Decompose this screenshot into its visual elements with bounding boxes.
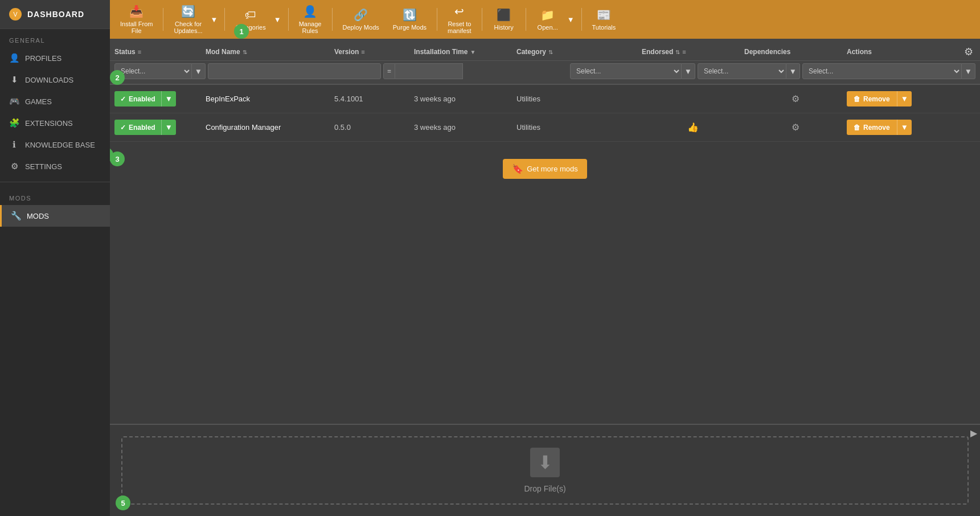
row1-insttime-cell: 3 weeks ago [414,95,516,103]
category-filter-wrap: Select... ▼ [570,63,695,79]
sidebar-item-label-downloads: DOWNLOADS [25,76,73,84]
status-filter-wrap: Select... ▼ [114,63,206,79]
open-arrow[interactable]: ▼ [565,12,577,27]
status-filter-select[interactable]: Select... [114,63,192,79]
install-from-file-icon: 📥 [129,5,143,18]
row1-enabled-dropdown[interactable]: ▼ [161,91,176,107]
row2-status-cell: ✓ Enabled ▼ [114,120,206,135]
row1-enabled-group: ✓ Enabled ▼ [114,91,176,107]
row2-enabled-dropdown[interactable]: ▼ [161,120,176,135]
table-settings-gear[interactable]: ⚙ [962,43,975,60]
toolbar-sep-2 [224,8,225,31]
row2-remove-dropdown[interactable]: ▼ [897,120,912,135]
extensions-icon: 🧩 [9,118,19,128]
toolbar-sep-6 [482,8,482,31]
sidebar-item-downloads[interactable]: ⬇ DOWNLOADS [0,69,110,91]
table-col-headers: Status ≡ Mod Name ⇅ Version ≡ Installati… [110,39,980,61]
check-updates-label: Check forUpdates... [174,21,202,34]
sidebar-item-extensions[interactable]: 🧩 EXTENSIONS [0,112,110,134]
row1-remove-label: Remove [863,95,890,103]
tutorials-button[interactable]: 📰 Tutorials [587,5,622,34]
row1-remove-button[interactable]: 🗑 Remove [847,91,897,107]
profiles-icon: 👤 [9,53,19,63]
history-button[interactable]: ⬛ History [487,5,521,34]
row2-insttime-cell: 3 weeks ago [414,123,516,132]
version-filter-icon[interactable]: ≡ [361,48,364,55]
col-header-deps: Dependencies [744,48,847,56]
drop-zone[interactable]: ⬇ Drop File(s) [121,436,969,505]
row2-remove-label: Remove [863,124,890,132]
row1-actions-cell: 🗑 Remove ▼ [847,91,975,107]
content-area: 2 3 Status ≡ Mod Name ⇅ Ver [110,39,980,516]
manage-rules-icon: 👤 [303,5,317,18]
version-eq-button[interactable]: = [383,63,395,79]
sidebar-item-mods[interactable]: 🔧 MODS [0,205,110,227]
row2-deps-cell: ⚙ [744,122,847,133]
endorsed-filter-select[interactable]: Select... [698,63,786,79]
col-label-status: Status [114,48,136,56]
modname-filter-wrap [208,63,381,79]
open-group: 📁 Open... ▼ [531,5,577,34]
category-filter-select[interactable]: Select... [570,63,682,79]
drop-zone-label: Drop File(s) [524,484,565,493]
insttime-sort-icon[interactable]: ▼ [470,49,475,55]
endorsed-filter-arrow[interactable]: ▼ [786,63,800,79]
col-header-actions: Actions ⚙ [847,43,975,60]
open-button[interactable]: 📁 Open... [531,5,565,34]
sidebar: V DASHBOARD GENERAL 👤 PROFILES ⬇ DOWNLOA… [0,0,110,516]
sidebar-item-label-knowledge-base: KNOWLEDGE BASE [25,141,95,149]
get-more-mods-label: Get more mods [527,165,578,173]
version-filter-input[interactable] [395,63,463,79]
toolbar-sep-8 [581,8,582,31]
sidebar-item-profiles[interactable]: 👤 PROFILES [0,47,110,69]
sidebar-divider [0,182,110,182]
install-from-file-button[interactable]: 📥 Install FromFile [114,1,158,38]
modname-filter-input[interactable] [208,63,381,79]
sidebar-item-settings[interactable]: ⚙ SETTINGS [0,155,110,177]
col-label-actions: Actions [847,48,872,56]
status-filter-icon[interactable]: ≡ [138,48,141,55]
row2-endorsed-thumb-icon[interactable]: 👍 [687,122,699,133]
row2-remove-button[interactable]: 🗑 Remove [847,120,897,135]
sidebar-item-knowledge-base[interactable]: ℹ KNOWLEDGE BASE [0,134,110,155]
category-filter-arrow[interactable]: ▼ [682,63,695,79]
check-for-updates-button[interactable]: 🔄 Check forUpdates... [168,1,208,38]
row2-dep-icon[interactable]: ⚙ [792,122,799,133]
row1-version: 5.4.1001 [334,95,363,103]
endorsed-filter-icon[interactable]: ≡ [682,48,686,55]
deps-filter-arrow[interactable]: ▼ [962,63,975,79]
settings-icon: ⚙ [9,161,19,171]
sidebar-item-games[interactable]: 🎮 GAMES [0,91,110,112]
sidebar-item-label-profiles: PROFILES [25,54,61,63]
row2-enabled-button[interactable]: ✓ Enabled [114,120,161,135]
row2-category-cell: Utilities [516,123,642,132]
row1-remove-dropdown[interactable]: ▼ [897,91,912,107]
endorsed-sort-icon[interactable]: ⇅ [675,49,680,55]
category-sort-icon[interactable]: ⇅ [548,49,553,55]
status-filter-arrow[interactable]: ▼ [192,63,206,79]
row2-endorsed-cell: 👍 [642,122,744,133]
reset-to-manifest-button[interactable]: ↩ Reset tomanifest [442,1,477,38]
get-more-mods-button[interactable]: 🔖 Get more mods [503,159,587,179]
step-circle-5: 5 [116,495,130,510]
check-updates-arrow[interactable]: ▼ [208,12,220,27]
row1-modname-cell: BepInExPack [206,95,334,103]
row2-insttime: 3 weeks ago [414,123,456,132]
col-header-category: Category ⇅ [516,48,642,56]
row1-dep-icon[interactable]: ⚙ [792,93,799,104]
version-filter-wrap: = [383,63,463,79]
dashboard-icon: V [9,8,22,21]
manage-rules-button[interactable]: 👤 ManageRules [293,1,327,38]
row1-enabled-button[interactable]: ✓ Enabled [114,91,161,107]
modname-sort-icon[interactable]: ⇅ [243,49,247,55]
drop-zone-expand-icon[interactable]: ▶ [970,428,977,439]
deploy-mods-button[interactable]: 🔗 Deploy Mods [337,5,385,34]
games-icon: 🎮 [9,96,19,107]
row1-check-icon: ✓ [120,95,126,103]
categories-arrow[interactable]: ▼ [272,12,284,27]
toolbar-sep-4 [332,8,333,31]
check-updates-group: 🔄 Check forUpdates... ▼ [168,1,220,38]
deps-filter-select[interactable]: Select... [802,63,962,79]
mods-icon: 🔧 [11,211,21,221]
purge-mods-button[interactable]: 🔃 Purge Mods [387,5,432,34]
